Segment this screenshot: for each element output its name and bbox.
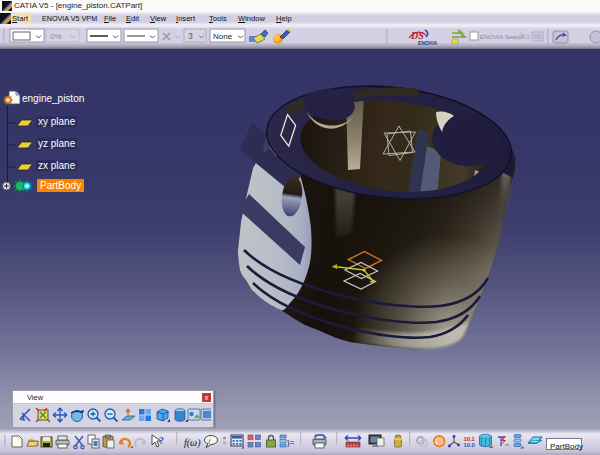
svg-text:ENOVIA: ENOVIA bbox=[418, 40, 438, 46]
svg-text:None: None bbox=[213, 32, 233, 41]
svg-text:}=: }= bbox=[287, 438, 295, 447]
svg-text:f(ω): f(ω) bbox=[184, 437, 201, 449]
svg-text:0%: 0% bbox=[50, 32, 62, 41]
svg-text:3: 3 bbox=[188, 31, 193, 41]
svg-text:⟳3: ⟳3 bbox=[519, 32, 531, 41]
svg-text:10.0: 10.0 bbox=[464, 442, 475, 448]
svg-text:?: ? bbox=[159, 435, 164, 446]
